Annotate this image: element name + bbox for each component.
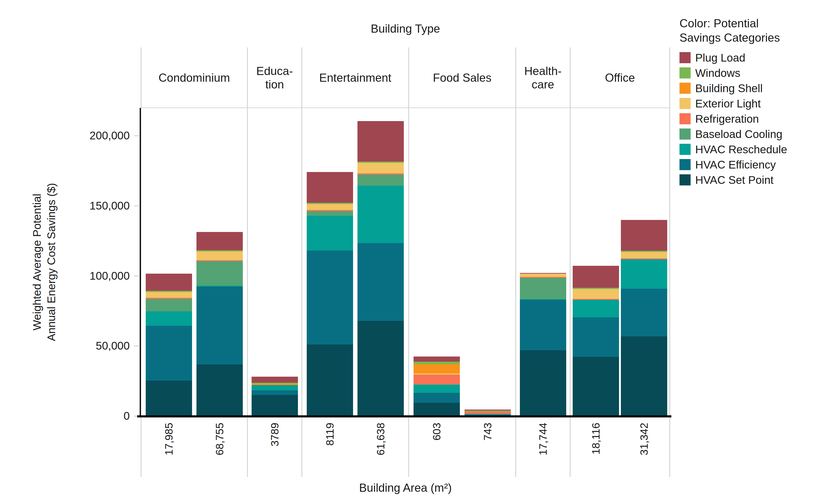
- legend-item-label: HVAC Reschedule: [695, 143, 787, 156]
- legend-swatch: [680, 98, 691, 109]
- stacked-bar-chart: Building Type Color: Potential Savings C…: [0, 0, 831, 504]
- bar-segment-hvac-set-point: [307, 345, 353, 416]
- bar-segment-hvac-set-point: [146, 381, 192, 416]
- legend-item: HVAC Efficiency: [680, 157, 828, 172]
- legend-item: HVAC Set Point: [680, 172, 828, 187]
- y-tick-mark: [134, 136, 139, 136]
- bar-segment-hvac-efficiency: [573, 317, 619, 357]
- bar-segment-exterior-light: [621, 252, 667, 258]
- bar-segment-building-shell: [413, 364, 460, 374]
- facet-label: Entertainment: [302, 48, 408, 108]
- legend-item-label: Exterior Light: [695, 97, 761, 110]
- bar-segment-hvac-efficiency: [197, 287, 243, 364]
- facet-label: Educa- tion: [248, 48, 302, 108]
- legend-item-label: Plug Load: [695, 51, 745, 64]
- x-tick-cell: 17,744: [520, 416, 566, 477]
- legend-item-label: Windows: [695, 67, 740, 80]
- bar-segment-plug-load: [413, 357, 460, 362]
- bar-segment-hvac-reschedule: [357, 186, 404, 243]
- bar-segment-hvac-efficiency: [621, 289, 667, 336]
- facet-plot: [248, 108, 302, 416]
- legend-item-label: HVAC Set Point: [695, 174, 774, 186]
- y-tick-label: 0: [123, 410, 130, 422]
- y-tick-label: 150,000: [89, 199, 130, 212]
- legend-item: Windows: [680, 65, 828, 81]
- facet-0: Condominium17,98568,755: [141, 48, 248, 477]
- facet-3: Food Sales603743: [409, 48, 516, 477]
- bar-segment-hvac-set-point: [621, 336, 667, 416]
- legend-swatch: [680, 159, 691, 170]
- legend-items: Plug LoadWindowsBuilding ShellExterior L…: [680, 50, 828, 187]
- bar-segment-baseload-cooling: [307, 211, 353, 216]
- stacked-bar: [197, 232, 243, 416]
- legend-item-label: HVAC Efficiency: [695, 158, 776, 171]
- legend-item: Refrigeration: [680, 111, 828, 126]
- bar-segment-baseload-cooling: [520, 278, 566, 299]
- x-axis-baseline: [137, 415, 671, 417]
- bar-segment-baseload-cooling: [357, 175, 404, 186]
- facet-x-labels: 17,98568,755: [142, 416, 247, 477]
- stacked-bar: [252, 377, 298, 416]
- stacked-bar: [357, 121, 404, 416]
- legend-item-label: Building Shell: [695, 82, 763, 95]
- bar-segment-hvac-set-point: [252, 395, 298, 416]
- legend-item: HVAC Reschedule: [680, 142, 828, 157]
- facet-plot: [571, 108, 669, 416]
- bar-segment-plug-load: [573, 266, 619, 288]
- bar-segment-exterior-light: [573, 289, 619, 299]
- facet-plot: [516, 108, 570, 416]
- facet-4: Health- care17,744: [516, 48, 571, 477]
- bar-segment-exterior-light: [307, 204, 353, 210]
- bar-segment-hvac-set-point: [520, 350, 566, 416]
- legend-swatch: [680, 52, 691, 63]
- x-tick-label: 17,985: [163, 423, 175, 455]
- bar-segment-plug-load: [621, 220, 667, 251]
- facet-x-labels: 3789: [248, 416, 302, 477]
- facet-label: Condominium: [142, 48, 247, 108]
- facet-label: Food Sales: [409, 48, 515, 108]
- x-tick-cell: 8119: [307, 416, 353, 477]
- legend-item: Exterior Light: [680, 96, 828, 111]
- y-tick-label: 50,000: [96, 339, 130, 352]
- x-axis-title: Building Area (m²): [141, 481, 670, 495]
- x-tick-label: 743: [481, 423, 494, 441]
- legend-swatch: [680, 67, 691, 79]
- y-axis-line: [140, 108, 141, 417]
- x-tick-cell: 31,342: [621, 416, 667, 477]
- x-tick-cell: 17,985: [146, 416, 192, 477]
- y-tick-mark: [134, 206, 139, 206]
- x-tick-cell: 603: [413, 416, 460, 477]
- legend-item: Building Shell: [680, 81, 828, 96]
- stacked-bar: [520, 273, 566, 416]
- stacked-bar: [413, 357, 460, 416]
- legend-item: Plug Load: [680, 50, 828, 65]
- bar-segment-baseload-cooling: [197, 261, 243, 286]
- bar-segment-hvac-efficiency: [357, 243, 404, 321]
- stacked-bar: [307, 172, 353, 416]
- x-tick-label: 17,744: [537, 423, 549, 455]
- legend-item: Baseload Cooling: [680, 126, 828, 142]
- facet-1: Educa- tion3789: [248, 48, 302, 477]
- stacked-bar: [621, 220, 667, 416]
- y-axis: 050,000100,000150,000200,000: [0, 108, 139, 416]
- bar-segment-exterior-light: [357, 163, 404, 173]
- bar-segment-exterior-light: [520, 274, 566, 277]
- legend-item-label: Baseload Cooling: [695, 128, 782, 141]
- facet-plot: [142, 108, 247, 416]
- legend-swatch: [680, 144, 691, 155]
- x-tick-cell: 68,755: [197, 416, 243, 477]
- bar-segment-hvac-reschedule: [573, 300, 619, 317]
- x-tick-cell: 61,638: [357, 416, 404, 477]
- bar-segment-hvac-reschedule: [621, 259, 667, 289]
- x-tick-label: 603: [430, 423, 443, 441]
- facet-axis-title: Building Type: [141, 22, 670, 35]
- x-tick-label: 8119: [324, 423, 336, 446]
- bar-segment-refrigeration: [464, 411, 511, 414]
- x-tick-label: 31,342: [638, 423, 650, 455]
- x-tick-cell: 18,116: [573, 416, 619, 477]
- facet-5: Office18,11631,342: [571, 48, 670, 477]
- bar-segment-hvac-efficiency: [146, 326, 192, 380]
- facet-plot: [409, 108, 515, 416]
- bar-segment-hvac-efficiency: [252, 390, 298, 395]
- facet-plot: [302, 108, 408, 416]
